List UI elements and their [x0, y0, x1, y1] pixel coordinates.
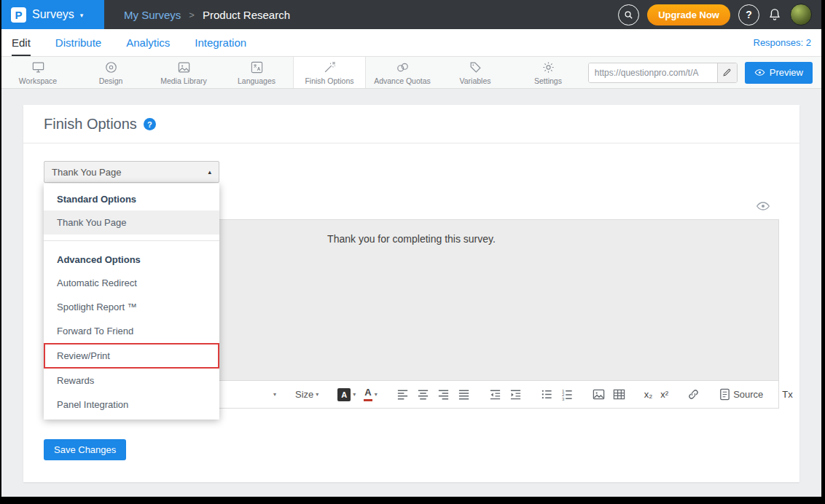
chevron-down-icon: ▾ — [353, 391, 356, 398]
app-menu-label: Surveys — [32, 8, 74, 21]
responses-count[interactable]: Responses: 2 — [754, 37, 812, 48]
page-title: Finish Options — [44, 116, 137, 133]
notifications-button[interactable] — [767, 7, 782, 22]
toolbar-item-design[interactable]: Design — [74, 57, 147, 88]
selected-value: Thank You Page — [52, 167, 121, 178]
finish-option-select-wrap: Thank You Page ▴ Standard Options Thank … — [44, 161, 219, 183]
chevron-down-icon: ▾ — [316, 391, 318, 398]
advance-quotas-icon — [396, 60, 410, 74]
tab-analytics[interactable]: Analytics — [126, 29, 170, 56]
surveys-app-menu[interactable]: P Surveys ▾ — [1, 0, 104, 29]
save-changes-button[interactable]: Save Changes — [44, 439, 126, 460]
toolbar-item-languages[interactable]: Languages — [220, 57, 293, 88]
text-color-icon: A — [364, 387, 372, 401]
toolbar-item-finish-options[interactable]: Finish Options — [293, 57, 366, 88]
pencil-icon — [722, 68, 732, 77]
insert-link-button[interactable] — [686, 386, 701, 403]
survey-tabs: Edit Distribute Analytics Integration — [12, 29, 246, 56]
bulleted-list-button[interactable] — [539, 386, 555, 403]
menu-item-spotlight-report[interactable]: Spotlight Report ™ — [44, 295, 219, 319]
search-button[interactable] — [618, 4, 639, 25]
increase-indent-button[interactable] — [508, 386, 523, 403]
languages-icon — [250, 60, 264, 74]
align-right-button[interactable] — [436, 386, 451, 403]
superscript-icon: x² — [660, 389, 668, 400]
design-icon — [104, 60, 118, 74]
chevron-down-icon: ▾ — [375, 391, 378, 398]
preview-button[interactable]: Preview — [745, 62, 813, 84]
numbered-list-button[interactable]: 1 2 3 — [560, 386, 575, 403]
superscript-button[interactable]: x² — [659, 387, 670, 402]
finish-option-select[interactable]: Thank You Page ▴ — [44, 161, 219, 183]
align-justify-button[interactable] — [456, 386, 472, 403]
questionpro-logo-icon: P — [11, 7, 26, 23]
remove-format-icon: Tx — [782, 389, 792, 400]
insert-image-button[interactable] — [591, 386, 606, 403]
numbered-list-icon: 1 2 3 — [561, 388, 574, 401]
tab-edit[interactable]: Edit — [12, 29, 31, 56]
menu-item-thank-you-page[interactable]: Thank You Page — [44, 210, 219, 235]
eye-icon — [754, 67, 765, 78]
finish-options-card: Finish Options ? Thank You Page ▴ Standa… — [23, 105, 799, 482]
chevron-down-icon: ▾ — [80, 12, 84, 19]
format-dropdown-button[interactable]: ▾ — [272, 389, 278, 400]
breadcrumb-my-surveys[interactable]: My Surveys — [124, 9, 181, 21]
background-color-button[interactable]: A ▾ — [336, 386, 357, 403]
align-center-icon — [417, 388, 429, 401]
text-color-button[interactable]: A ▾ — [362, 385, 378, 403]
align-justify-icon — [458, 388, 470, 401]
upgrade-now-button[interactable]: Upgrade Now — [647, 4, 730, 25]
source-button[interactable]: Source — [717, 386, 765, 403]
user-avatar[interactable] — [790, 4, 812, 25]
menu-item-rewards[interactable]: Rewards — [44, 369, 219, 393]
menu-item-review-print[interactable]: Review/Print — [44, 343, 219, 369]
subscript-icon: x₂ — [644, 389, 653, 400]
workspace-icon — [31, 60, 45, 74]
media-library-icon — [177, 60, 191, 74]
menu-item-automatic-redirect[interactable]: Automatic Redirect — [44, 271, 219, 295]
link-icon — [687, 388, 700, 401]
menu-group-advanced-options: Advanced Options — [44, 247, 219, 271]
menu-group-standard-options: Standard Options — [44, 186, 219, 210]
question-mark-icon: ? — [746, 9, 752, 20]
decrease-indent-button[interactable] — [488, 386, 503, 403]
page-help-button[interactable]: ? — [144, 118, 156, 130]
remove-format-button[interactable]: Tx — [781, 387, 794, 402]
toolbar-item-workspace[interactable]: Workspace — [1, 57, 74, 88]
chevron-down-icon: ▾ — [273, 391, 276, 398]
toolbar-item-media-library[interactable]: Media Library — [147, 57, 220, 88]
survey-nav: Edit Distribute Analytics Integration Re… — [1, 29, 821, 57]
breadcrumb-current-survey: Product Research — [203, 9, 290, 21]
edit-url-button[interactable] — [717, 63, 737, 82]
finish-option-menu: Standard Options Thank You Page Advanced… — [44, 184, 219, 420]
variables-tag-icon — [469, 60, 482, 74]
app-window: P Surveys ▾ My Surveys > Product Researc… — [1, 0, 821, 497]
bulleted-list-icon — [541, 388, 553, 401]
help-button[interactable]: ? — [738, 4, 759, 25]
menu-divider — [44, 240, 219, 241]
top-bar: P Surveys ▾ My Surveys > Product Researc… — [1, 0, 821, 29]
toolbar-item-variables[interactable]: Variables — [439, 57, 512, 88]
survey-url-input[interactable] — [589, 63, 717, 82]
source-document-icon — [719, 388, 731, 401]
font-size-dropdown[interactable]: Size ▾ — [294, 387, 320, 402]
align-left-button[interactable] — [395, 386, 410, 403]
background-color-icon: A — [337, 388, 351, 401]
toolbar-item-advance-quotas[interactable]: Advance Quotas — [366, 57, 439, 88]
toggle-preview-button[interactable] — [756, 199, 770, 213]
increase-indent-icon — [509, 388, 522, 401]
image-icon — [593, 388, 605, 401]
tab-integration[interactable]: Integration — [195, 29, 246, 56]
eye-icon — [756, 199, 770, 213]
tab-distribute[interactable]: Distribute — [55, 29, 101, 56]
edit-toolbar: Workspace Design Media Library — [1, 57, 821, 89]
align-left-icon — [396, 388, 409, 401]
insert-table-button[interactable] — [611, 386, 627, 403]
menu-item-panel-integration[interactable]: Panel Integration — [44, 393, 219, 417]
chevron-up-icon: ▴ — [208, 168, 211, 176]
align-center-button[interactable] — [415, 386, 431, 403]
menu-item-forward-to-friend[interactable]: Forward To Friend — [44, 319, 219, 343]
subscript-button[interactable]: x₂ — [643, 387, 654, 402]
toolbar-item-settings[interactable]: Settings — [512, 57, 584, 88]
survey-url-box — [588, 63, 738, 83]
